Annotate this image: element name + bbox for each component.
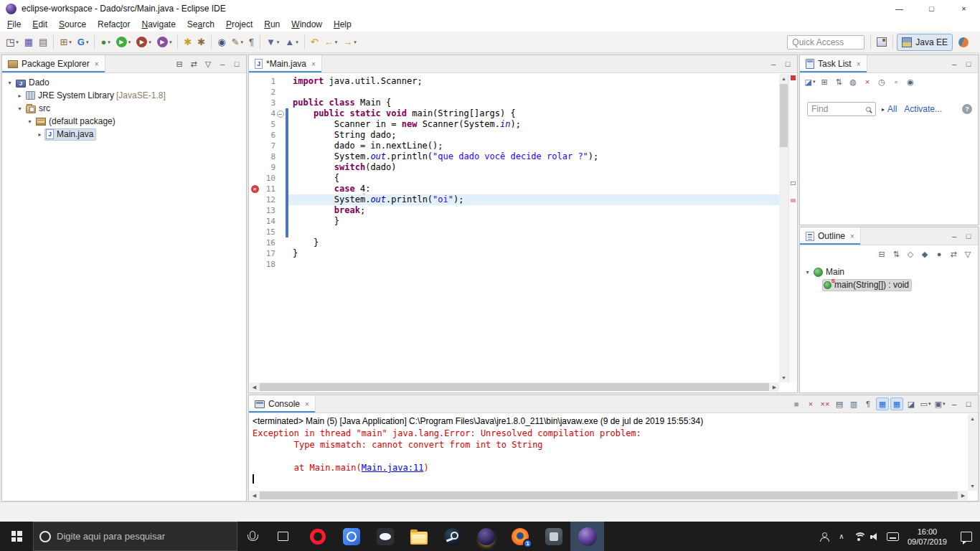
toolbar-back-button[interactable]: ←▾ xyxy=(322,34,340,50)
toolbar-new-java-ee-project-button[interactable]: ⊞▾ xyxy=(57,34,73,50)
menu-window[interactable]: Window xyxy=(286,18,328,31)
scrollbar-thumb[interactable] xyxy=(780,84,788,147)
menu-edit[interactable]: Edit xyxy=(27,18,53,31)
scrollbar-thumb[interactable] xyxy=(260,491,958,499)
close-view-icon[interactable]: × xyxy=(857,60,861,68)
toolbar-show-whitespace-button[interactable]: ¶ xyxy=(247,34,256,50)
scrollbar-thumb[interactable] xyxy=(260,383,769,391)
code-line[interactable]: 4− public static void main(String[]args)… xyxy=(250,108,779,119)
toolbar-previous-annotation-button[interactable]: ▲▾ xyxy=(283,34,300,50)
menu-help[interactable]: Help xyxy=(328,18,357,31)
package-explorer-item-jre-system-library[interactable]: ▸JRE System Library [JavaSE-1.8] xyxy=(2,89,246,102)
menu-run[interactable]: Run xyxy=(258,18,286,31)
code-line[interactable]: 13 break; xyxy=(250,205,779,216)
help-icon[interactable]: ? xyxy=(962,104,972,114)
expander-open-icon[interactable]: ▾ xyxy=(25,118,34,125)
console-scroll-lock-button[interactable]: ▥ xyxy=(847,397,860,410)
toolbar-run-button[interactable]: ▶▾ xyxy=(114,34,133,50)
package-explorer-view-menu-button[interactable]: ▽ xyxy=(202,57,215,70)
package-explorer-minimize-button[interactable]: – xyxy=(216,57,229,70)
package-explorer-item-src[interactable]: ▾src xyxy=(2,102,246,115)
console-clear-console-button[interactable]: ▤ xyxy=(833,397,846,410)
console-maximize-button[interactable]: □ xyxy=(962,397,975,410)
tray-people-button[interactable] xyxy=(816,522,833,551)
toolbar-new-web-service-button[interactable]: ✱ xyxy=(195,34,207,50)
close-view-icon[interactable]: × xyxy=(95,60,99,68)
code-editor[interactable]: 1import java.util.Scanner;2 3public clas… xyxy=(250,74,779,382)
code-line[interactable]: 7 dado = in.nextLine(); xyxy=(250,141,779,151)
outline-item-main[interactable]: ▾Main xyxy=(800,265,978,278)
toolbar-external-tools-button[interactable]: ▶▾ xyxy=(155,34,174,50)
close-tab-icon[interactable]: × xyxy=(311,60,316,68)
code-line[interactable]: 15 xyxy=(250,227,779,237)
perspective-java-button[interactable] xyxy=(954,34,976,51)
toolbar-new-button[interactable]: ◳▾ xyxy=(4,34,21,50)
toolbar-search-button[interactable]: ◉ xyxy=(215,34,227,50)
activate-link[interactable]: Activate... xyxy=(904,104,942,114)
toolbar-debug-button[interactable]: ●▾ xyxy=(98,34,112,50)
toolbar-print-button[interactable]: ▤ xyxy=(37,34,50,50)
taskbar-app-firefox[interactable]: 1 xyxy=(503,522,537,551)
code-line[interactable]: 10 { xyxy=(250,173,779,184)
editor-horizontal-scrollbar[interactable]: ◀ ▶ xyxy=(250,382,779,392)
start-button[interactable] xyxy=(0,522,33,551)
console-output-area[interactable]: <terminated> Main (5) [Java Application]… xyxy=(250,414,968,491)
task-list-categorized-button[interactable]: ⊞ xyxy=(818,75,831,88)
package-explorer-link-with-editor-button[interactable]: ⇄ xyxy=(187,57,200,70)
console-show-on-stderr-button[interactable]: ▦ xyxy=(890,397,903,410)
expander-open-icon[interactable]: ▾ xyxy=(5,80,14,86)
editor-tab-main-java[interactable]: *Main.java × xyxy=(249,55,322,72)
scope-all-link[interactable]: All xyxy=(887,104,897,114)
package-explorer-collapse-all-button[interactable]: ⊟ xyxy=(173,57,186,70)
code-line[interactable]: 14 } xyxy=(250,216,779,227)
code-line[interactable]: 3public class Main { xyxy=(250,98,779,108)
scroll-right-arrow[interactable]: ▶ xyxy=(958,491,968,500)
package-explorer-tab[interactable]: Package Explorer × xyxy=(2,55,105,72)
code-line[interactable]: 6 String dado; xyxy=(250,130,779,141)
code-line[interactable]: 8 System.out.println("que dado você deci… xyxy=(250,151,779,162)
console-open-console-button[interactable]: ▣▾ xyxy=(933,397,946,410)
scope-arrow-icon[interactable]: ▸ xyxy=(882,106,885,113)
menu-search[interactable]: Search xyxy=(182,18,220,31)
package-explorer-item-dado[interactable]: ▾Dado xyxy=(2,76,246,89)
task-list-archive-button[interactable]: ▫ xyxy=(890,75,903,88)
expander-open-icon[interactable]: ▾ xyxy=(15,105,24,112)
console-show-on-stdout-button[interactable]: ▦ xyxy=(876,397,889,410)
scroll-up-arrow[interactable]: ▲ xyxy=(968,414,977,423)
outline-sort-button[interactable]: ⇅ xyxy=(890,248,903,260)
scroll-left-arrow[interactable]: ◀ xyxy=(250,491,259,500)
scroll-up-arrow[interactable]: ▲ xyxy=(779,74,788,83)
toolbar-save-button[interactable]: ▦ xyxy=(22,34,35,50)
taskbar-app-discord[interactable] xyxy=(368,522,402,551)
scroll-down-arrow[interactable]: ▼ xyxy=(779,373,788,382)
code-line[interactable]: 5 Scanner in = new Scanner(System.in); xyxy=(250,119,779,130)
expander-open-icon[interactable]: ▾ xyxy=(803,269,812,276)
code-line[interactable]: 17} xyxy=(250,248,779,259)
tray-volume-button[interactable] xyxy=(867,522,885,551)
toolbar-mark-occurrences-button[interactable]: ✎▾ xyxy=(230,34,245,50)
perspective-javaee-button[interactable]: Java EE xyxy=(897,34,953,51)
overview-ruler[interactable] xyxy=(788,74,796,382)
task-list-delete-button[interactable]: × xyxy=(861,75,874,88)
toolbar-forward-button[interactable]: →▾ xyxy=(341,34,359,50)
outline-view-menu-button[interactable]: ▽ xyxy=(961,248,974,260)
editor-minimize-button[interactable]: – xyxy=(767,57,780,70)
task-list-minimize-button[interactable]: – xyxy=(948,57,961,70)
task-list-synchronize-button[interactable]: ◉ xyxy=(904,75,917,88)
outline-hide-static-members-button[interactable]: ◆ xyxy=(918,248,931,260)
outline-collapse-all-button[interactable]: ⊟ xyxy=(875,248,888,260)
console-remove-all-terminated-button[interactable]: ×× xyxy=(819,397,831,410)
console-display-selected-console-button[interactable]: ▭▾ xyxy=(919,397,932,410)
tray-keyboard-button[interactable] xyxy=(885,522,902,551)
tray-chevron-up-button[interactable]: ∧ xyxy=(833,522,850,551)
console-remove-launch-button[interactable]: × xyxy=(804,397,817,410)
code-line[interactable]: 1import java.util.Scanner; xyxy=(250,76,779,87)
outline-minimize-button[interactable]: – xyxy=(948,230,961,242)
console-vertical-scrollbar[interactable]: ▲ ▼ xyxy=(968,414,977,491)
outline-hide-non-public-button[interactable]: ● xyxy=(933,248,946,260)
console-minimize-button[interactable]: – xyxy=(948,397,961,410)
taskbar-app-file-explorer[interactable] xyxy=(402,522,435,551)
toolbar-next-annotation-button[interactable]: ▼▾ xyxy=(264,34,281,50)
expander-closed-icon[interactable]: ▸ xyxy=(35,131,44,138)
task-list-new-task-button[interactable]: ◪▾ xyxy=(804,75,816,88)
